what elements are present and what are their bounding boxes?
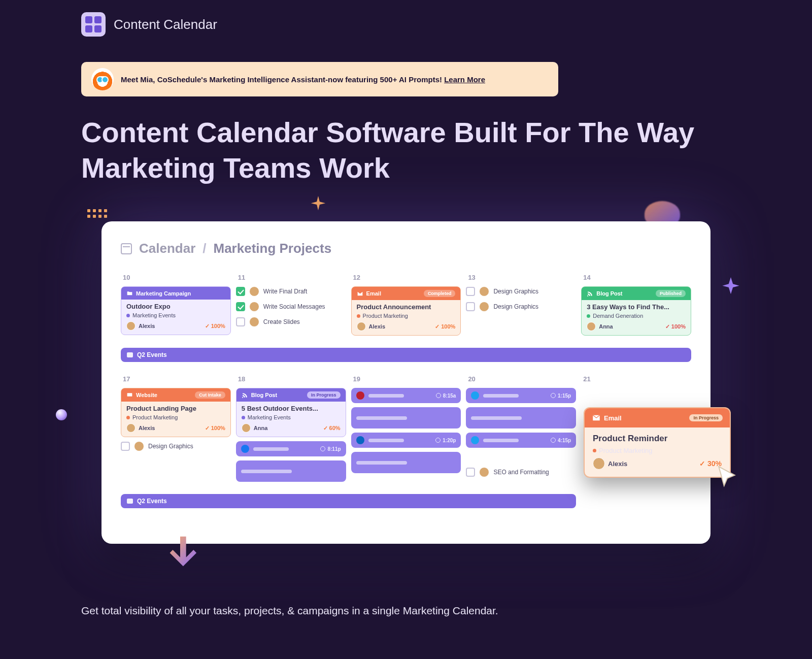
day-number: 12: [351, 271, 461, 286]
social-tile-pinterest[interactable]: 8:15a: [351, 388, 461, 403]
product-name: Content Calendar: [114, 17, 217, 32]
task-row[interactable]: Create Slides: [236, 317, 346, 327]
breadcrumb: Calendar / Marketing Projects: [121, 241, 691, 256]
day-number: 17: [121, 372, 231, 388]
status-pill: In Progress: [689, 414, 723, 421]
avatar: [249, 302, 259, 312]
status-pill: Completed: [424, 290, 456, 297]
svg-rect-0: [127, 393, 132, 397]
task-row[interactable]: SEO and Formatting: [466, 467, 576, 477]
lane-bar[interactable]: Q2 Events: [121, 348, 691, 362]
rss-icon: [587, 290, 593, 297]
folder-icon: [127, 352, 133, 357]
calendar-screenshot: Calendar / Marketing Projects 10 Marketi…: [101, 221, 710, 544]
day-number: 13: [466, 271, 576, 286]
mail-icon: [357, 290, 363, 297]
card-blog-post-2[interactable]: Blog PostIn Progress 5 Best Outdoor Even…: [236, 388, 346, 437]
task-row[interactable]: Design Graphics: [466, 286, 576, 296]
day-number: 18: [236, 372, 346, 388]
rss-icon: [242, 392, 248, 399]
facebook-icon: [241, 445, 249, 453]
card-email[interactable]: EmailCompleted Product Announcement Prod…: [351, 286, 461, 336]
card-marketing-campaign[interactable]: Marketing Campaign Outdoor Expo Marketin…: [121, 286, 231, 335]
announcement-banner[interactable]: Meet Mia, CoSchedule's Marketing Intelli…: [81, 62, 558, 96]
tagline: Get total visibility of all your tasks, …: [81, 605, 731, 617]
avatar: [479, 302, 489, 312]
avatar: [357, 322, 366, 331]
task-row[interactable]: Design Graphics: [466, 302, 576, 312]
avatar: [249, 286, 259, 296]
pinterest-icon: [356, 391, 364, 400]
task-row[interactable]: Design Graphics: [121, 441, 231, 451]
status-pill: Cut Intake: [195, 391, 225, 399]
avatar: [134, 441, 144, 451]
clock-icon: [436, 393, 441, 398]
logo-grid-icon: [81, 12, 106, 37]
header: Content Calendar: [81, 12, 731, 37]
clock-icon: [551, 393, 556, 398]
star-icon: [721, 277, 741, 298]
avatar: [593, 457, 605, 470]
day-number: 19: [351, 372, 461, 388]
social-tile[interactable]: [351, 407, 461, 429]
hero-heading: Content Calendar Software Built For The …: [81, 115, 731, 186]
folder-icon: [127, 499, 133, 504]
avatar: [249, 317, 259, 327]
mia-avatar-icon: [91, 68, 114, 90]
checkbox-icon[interactable]: [466, 468, 475, 477]
card-email-highlight[interactable]: EmailIn Progress Product Reminder Produc…: [584, 407, 731, 478]
twitter-icon: [471, 391, 479, 400]
day-number: 11: [236, 271, 346, 286]
social-tile-linkedin[interactable]: 1:20p: [351, 433, 461, 448]
calendar-icon: [121, 243, 132, 254]
checkbox-icon[interactable]: [236, 287, 245, 296]
orb-icon: [56, 409, 67, 420]
banner-text: Meet Mia, CoSchedule's Marketing Intelli…: [121, 75, 485, 84]
avatar: [126, 321, 136, 331]
breadcrumb-root[interactable]: Calendar: [139, 241, 195, 256]
task-row[interactable]: Write Social Messages: [236, 302, 346, 312]
day-number: 21: [581, 372, 691, 388]
checkbox-icon[interactable]: [466, 287, 475, 296]
social-tile-twitter[interactable]: 4:15p: [466, 433, 576, 448]
status-pill: Published: [656, 290, 686, 297]
checkbox-icon[interactable]: [236, 317, 245, 326]
social-tile[interactable]: [466, 407, 576, 429]
cursor-icon: [715, 465, 740, 492]
social-tile-twitter[interactable]: 1:15p: [466, 388, 576, 403]
lane-bar[interactable]: Q2 Events: [121, 494, 576, 508]
task-row[interactable]: Write Final Draft: [236, 286, 346, 296]
card-blog-post[interactable]: Blog PostPublished 3 Easy Ways to Find T…: [581, 286, 691, 336]
avatar: [242, 423, 251, 433]
linkedin-icon: [356, 436, 364, 444]
clock-icon: [320, 446, 325, 451]
sparkle-icon: [310, 196, 327, 213]
monitor-icon: [126, 392, 133, 399]
mail-icon: [592, 413, 601, 422]
folder-icon: [126, 290, 133, 296]
breadcrumb-current[interactable]: Marketing Projects: [214, 241, 332, 256]
checkbox-icon[interactable]: [236, 302, 245, 311]
status-pill: In Progress: [307, 391, 341, 399]
day-number: 14: [581, 271, 691, 286]
social-tile[interactable]: [236, 460, 346, 482]
checkbox-icon[interactable]: [466, 302, 475, 311]
avatar: [126, 423, 136, 433]
avatar: [479, 467, 489, 477]
learn-more-link[interactable]: Learn More: [444, 75, 485, 84]
social-tile-fb[interactable]: 8:11p: [236, 441, 346, 456]
clock-icon: [551, 438, 556, 443]
checkbox-icon[interactable]: [121, 442, 130, 451]
day-number: 20: [466, 372, 576, 388]
avatar: [479, 286, 489, 296]
card-website[interactable]: WebsiteCut Intake Product Landing Page P…: [121, 388, 231, 437]
social-tile[interactable]: [351, 452, 461, 473]
clock-icon: [435, 438, 441, 443]
confetti-icon: [87, 209, 107, 218]
twitter-icon: [471, 436, 479, 444]
avatar: [587, 322, 596, 331]
day-number: 10: [121, 271, 231, 286]
